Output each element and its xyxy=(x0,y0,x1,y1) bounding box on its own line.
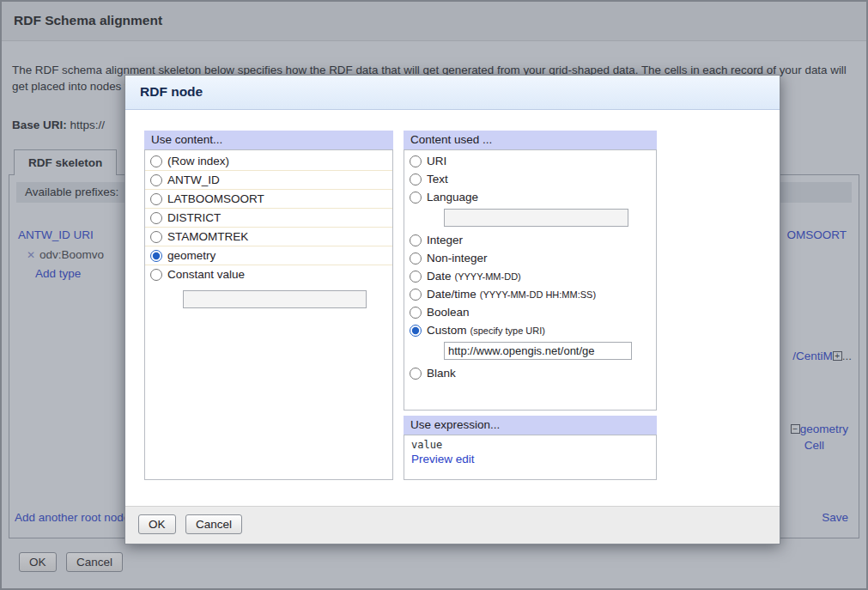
option-language[interactable]: Language xyxy=(404,188,656,206)
option-blank[interactable]: Blank xyxy=(404,364,656,382)
option-district[interactable]: DISTRICT xyxy=(145,209,392,228)
dialog-footer: OK Cancel xyxy=(125,506,780,544)
option-label: LATBOOMSOORT xyxy=(167,192,264,205)
option-latboomsoort[interactable]: LATBOOMSOORT xyxy=(145,190,392,209)
expression-value: value xyxy=(411,439,649,451)
radio-integer[interactable] xyxy=(410,234,422,246)
option-row-index[interactable]: (Row index) xyxy=(145,152,392,171)
option-note: (specify type URI) xyxy=(470,325,545,336)
rdf-schema-alignment-screen: RDF Schema alignment The RDF schema alig… xyxy=(0,0,868,590)
preview-edit-link[interactable]: Preview edit xyxy=(411,453,649,465)
radio-non-integer[interactable] xyxy=(410,252,422,265)
radio-custom[interactable] xyxy=(410,325,422,337)
radio-antw-id[interactable] xyxy=(150,174,162,186)
option-stamomtrek[interactable]: STAMOMTREK xyxy=(145,228,392,246)
radio-blank[interactable] xyxy=(410,368,422,380)
option-datetime[interactable]: Date/time (YYYY-MM-DD HH:MM:SS) xyxy=(404,285,656,303)
option-note: (YYYY-MM-DD HH:MM:SS) xyxy=(480,289,596,300)
option-date[interactable]: Date (YYYY-MM-DD) xyxy=(404,267,656,285)
radio-uri[interactable] xyxy=(410,155,422,167)
radio-stamomtrek[interactable] xyxy=(150,231,162,243)
option-label: STAMOMTREK xyxy=(167,230,248,243)
rdf-node-dialog: RDF node Use content... (Row index) ANTW… xyxy=(124,75,780,544)
dialog-title: RDF node xyxy=(125,76,780,110)
radio-latboomsoort[interactable] xyxy=(150,193,162,205)
custom-type-uri-input[interactable] xyxy=(444,342,632,360)
use-content-header: Use content... xyxy=(144,131,393,149)
radio-constant-value[interactable] xyxy=(150,269,162,281)
option-boolean[interactable]: Boolean xyxy=(404,303,656,321)
dialog-cancel-button[interactable]: Cancel xyxy=(185,514,242,534)
use-content-options: (Row index) ANTW_ID LATBOOMSOORT DISTRIC… xyxy=(144,149,393,480)
option-label: (Row index) xyxy=(167,155,229,167)
option-label: Constant value xyxy=(167,268,245,281)
radio-datetime[interactable] xyxy=(410,289,422,301)
content-used-options: URI Text Language Integer xyxy=(404,149,657,411)
use-expression-header: Use expression... xyxy=(404,416,657,435)
radio-geometry[interactable] xyxy=(150,250,162,262)
content-used-header: Content used ... xyxy=(404,131,657,149)
radio-language[interactable] xyxy=(410,192,422,204)
option-label: DISTRICT xyxy=(167,211,221,224)
radio-district[interactable] xyxy=(150,212,162,224)
dialog-ok-button[interactable]: OK xyxy=(138,514,176,534)
option-uri[interactable]: URI xyxy=(404,152,656,170)
expression-box: value Preview edit xyxy=(404,435,657,480)
option-geometry[interactable]: geometry xyxy=(145,246,392,265)
radio-row-index[interactable] xyxy=(150,155,162,167)
content-used-column: Content used ... URI Text Language xyxy=(404,131,657,411)
radio-date[interactable] xyxy=(410,271,422,283)
constant-value-input[interactable] xyxy=(183,290,367,308)
dialog-body: Use content... (Row index) ANTW_ID LATBO… xyxy=(125,110,780,506)
option-integer[interactable]: Integer xyxy=(404,231,656,249)
radio-boolean[interactable] xyxy=(410,307,422,319)
use-content-column: Use content... (Row index) ANTW_ID LATBO… xyxy=(144,131,393,480)
option-constant-value[interactable]: Constant value xyxy=(145,265,392,283)
option-text[interactable]: Text xyxy=(404,170,656,188)
option-label: ANTW_ID xyxy=(167,173,220,186)
option-non-integer[interactable]: Non-integer xyxy=(404,249,656,267)
language-input[interactable] xyxy=(444,209,628,227)
option-note: (YYYY-MM-DD) xyxy=(455,271,521,282)
option-label: geometry xyxy=(167,249,215,262)
radio-text[interactable] xyxy=(410,173,422,186)
option-custom[interactable]: Custom (specify type URI) xyxy=(404,321,656,339)
option-antw-id[interactable]: ANTW_ID xyxy=(145,171,392,190)
